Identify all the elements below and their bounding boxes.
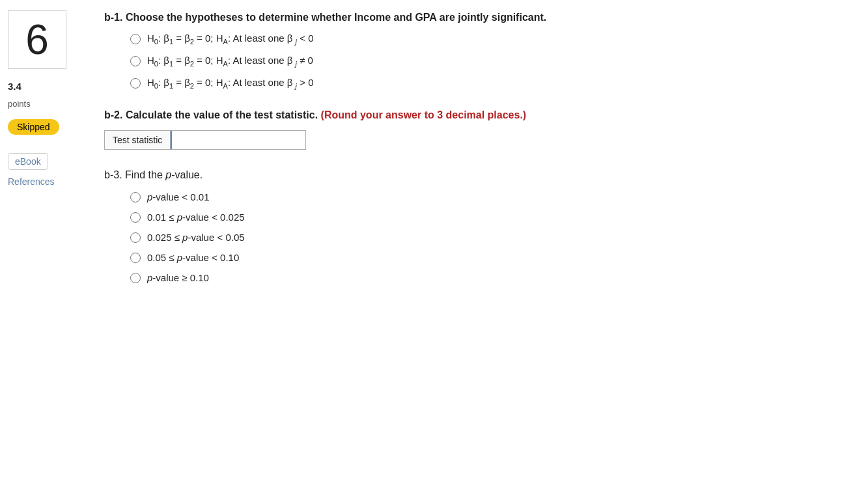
- b3-option-3[interactable]: 0.025 ≤ p-value < 0.05: [130, 232, 842, 243]
- skipped-badge: Skipped: [8, 119, 59, 135]
- b1-radio-2[interactable]: [130, 56, 141, 66]
- b1-label-bold: b-1.: [104, 12, 122, 23]
- test-statistic-label: Test statistic: [105, 131, 171, 149]
- b3-radio-4[interactable]: [130, 253, 141, 263]
- b1-option-2[interactable]: H0: β1 = β2 = 0; HA: At least one β j ≠ …: [130, 55, 842, 68]
- b1-radio-3[interactable]: [130, 78, 141, 89]
- b1-label: b-1. Choose the hypotheses to determine …: [104, 12, 842, 23]
- b3-radio-3[interactable]: [130, 232, 141, 243]
- test-statistic-input[interactable]: [171, 131, 305, 149]
- b3-radio-2[interactable]: [130, 212, 141, 223]
- b1-radio-group: H0: β1 = β2 = 0; HA: At least one β j < …: [130, 33, 842, 90]
- main-content: b-1. Choose the hypotheses to determine …: [91, 0, 868, 500]
- points-value: 3.4: [8, 81, 21, 92]
- b2-label: b-2. Calculate the value of the test sta…: [104, 109, 842, 121]
- b1-option-3-text: H0: β1 = β2 = 0; HA: At least one β j > …: [147, 77, 313, 90]
- b3-option-2[interactable]: 0.01 ≤ p-value < 0.025: [130, 212, 842, 223]
- ebook-link[interactable]: eBook: [8, 153, 48, 170]
- b3-option-5-text: p-value ≥ 0.10: [147, 272, 209, 283]
- b3-option-4-text: 0.05 ≤ p-value < 0.10: [147, 252, 239, 263]
- b3-option-5[interactable]: p-value ≥ 0.10: [130, 272, 842, 283]
- question-number: 6: [8, 10, 66, 69]
- sidebar: 6 3.4 points Skipped eBook References: [0, 0, 91, 500]
- b3-radio-1[interactable]: [130, 192, 141, 202]
- b3-option-1[interactable]: p-value < 0.01: [130, 191, 842, 202]
- b3-option-1-text: p-value < 0.01: [147, 191, 210, 202]
- test-statistic-row: Test statistic: [104, 130, 306, 150]
- b2-label-text: Calculate the value of the test statisti…: [122, 109, 318, 120]
- b3-option-3-text: 0.025 ≤ p-value < 0.05: [147, 232, 245, 243]
- question-b3: b-3. Find the p-value. p-value < 0.01 0.…: [104, 169, 842, 283]
- b3-label-bold: b-3.: [104, 169, 122, 180]
- b1-option-3[interactable]: H0: β1 = β2 = 0; HA: At least one β j > …: [130, 77, 842, 90]
- question-b2: b-2. Calculate the value of the test sta…: [104, 109, 842, 150]
- b3-label-suffix: -value.: [171, 169, 203, 180]
- b1-option-1[interactable]: H0: β1 = β2 = 0; HA: At least one β j < …: [130, 33, 842, 46]
- b3-radio-5[interactable]: [130, 273, 141, 283]
- b3-option-2-text: 0.01 ≤ p-value < 0.025: [147, 212, 245, 223]
- b1-option-2-text: H0: β1 = β2 = 0; HA: At least one β j ≠ …: [147, 55, 313, 68]
- b3-radio-group: p-value < 0.01 0.01 ≤ p-value < 0.025 0.…: [130, 191, 842, 283]
- b3-label-text: Find the: [122, 169, 166, 180]
- b1-option-1-text: H0: β1 = β2 = 0; HA: At least one β j < …: [147, 33, 313, 46]
- points-label: points: [8, 99, 31, 109]
- b2-label-bold: b-2.: [104, 109, 122, 120]
- b3-option-4[interactable]: 0.05 ≤ p-value < 0.10: [130, 252, 842, 263]
- b3-label: b-3. Find the p-value.: [104, 169, 842, 181]
- b3-label-italic: p: [165, 169, 171, 180]
- references-link[interactable]: References: [8, 176, 55, 187]
- b2-instruction-red: (Round your answer to 3 decimal places.): [321, 109, 527, 120]
- question-b1: b-1. Choose the hypotheses to determine …: [104, 12, 842, 90]
- b1-label-text: Choose the hypotheses to determine wheth…: [122, 12, 546, 23]
- b1-radio-1[interactable]: [130, 34, 141, 44]
